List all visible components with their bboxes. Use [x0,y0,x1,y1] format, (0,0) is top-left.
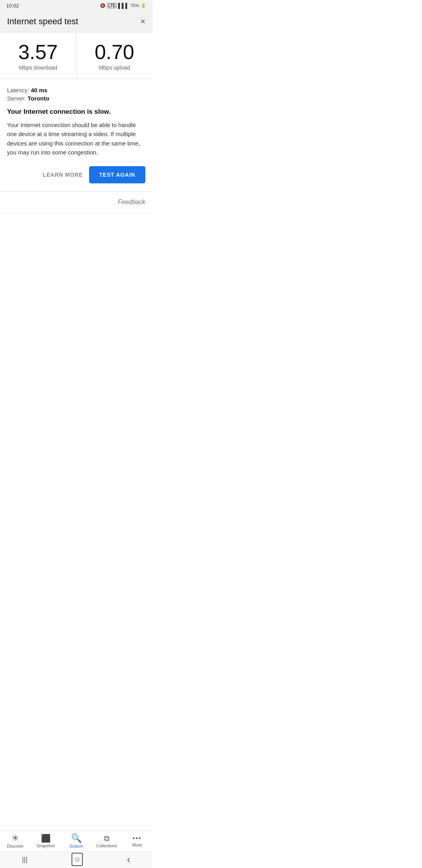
download-value: 3.57 [18,42,58,62]
app-title: Internet speed test [7,16,78,27]
server-value: Toronto [28,95,50,102]
close-button[interactable]: × [140,17,145,26]
empty-space [0,213,152,338]
action-buttons: LEARN MORE TEST AGAIN [7,166,145,183]
server-label: Server: [7,95,28,102]
battery-percent: 75% [131,3,139,8]
battery-icon: 🔋 [141,3,146,8]
feedback-link[interactable]: Feedback [118,199,145,205]
mute-icon: 🔇 [100,3,106,8]
download-label: Mbps download [19,65,57,71]
status-bar: 10:02 🔇 LTE ▌▌▌ 75% 🔋 [0,0,152,11]
test-again-button[interactable]: TEST AGAIN [89,166,145,183]
server-row: Server: Toronto [7,95,145,102]
upload-label: Mbps upload [99,65,130,71]
lte-label: LTE [107,3,116,8]
upload-value: 0.70 [95,42,134,62]
upload-box: 0.70 Mbps upload [77,32,153,79]
feedback-section: Feedback [0,192,152,213]
status-time: 10:02 [6,3,19,9]
result-headline: Your Internet connection is slow. [7,108,145,116]
result-description: Your Internet connection should be able … [7,120,145,157]
latency-value: 40 ms [31,87,48,93]
app-header: Internet speed test × [0,11,152,32]
learn-more-button[interactable]: LEARN MORE [43,172,83,178]
status-icons: 🔇 LTE ▌▌▌ 75% 🔋 [100,3,146,9]
download-box: 3.57 Mbps download [0,32,77,79]
signal-icon: ▌▌▌ [118,3,129,9]
latency-label: Latency: [7,87,31,93]
info-section: Latency: 40 ms Server: Toronto Your Inte… [0,79,152,192]
speed-results: 3.57 Mbps download 0.70 Mbps upload [0,32,152,79]
latency-row: Latency: 40 ms [7,87,145,93]
